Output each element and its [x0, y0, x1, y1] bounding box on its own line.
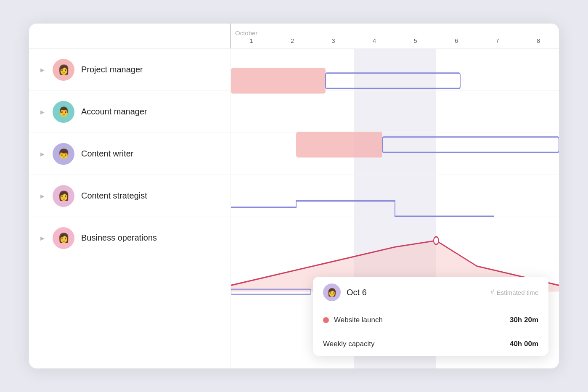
row-item-cs[interactable]: ► 👩 Content strategist	[29, 175, 230, 217]
avatar-cw: 👦	[53, 143, 74, 165]
row-expand-arrow[interactable]: ►	[39, 235, 46, 241]
day-label-4: 4	[354, 37, 395, 44]
avatar-pm: 👩	[53, 59, 74, 81]
row-item-am[interactable]: ► 👨 Account manager	[29, 91, 230, 133]
row-name-am: Account manager	[81, 107, 147, 117]
svg-point-4	[434, 237, 439, 244]
tooltip-value-2: 40h 00m	[510, 340, 538, 348]
month-label: October	[235, 29, 257, 37]
row-name-pm: Project manager	[81, 65, 143, 74]
chart-header: October 12345678	[29, 24, 559, 49]
day-label-3: 3	[313, 37, 354, 44]
tooltip-avatar: 👩	[323, 283, 341, 301]
tooltip-col-label-text: Estimated time	[497, 289, 538, 296]
tooltip-col-label: # Estimated time	[490, 289, 538, 296]
svg-rect-2	[296, 132, 382, 158]
day-label-6: 6	[436, 37, 477, 44]
chart-body: ► 👩 Project manager ► 👨 Account manager …	[29, 49, 559, 368]
tooltip-row-2-left: Weekly capacity	[323, 340, 375, 348]
tooltip-row-1: Website launch 30h 20m	[313, 308, 548, 332]
timeline-panel: 👩 Oct 6 # Estimated time Website launch …	[231, 49, 559, 368]
row-label-area	[29, 24, 231, 48]
row-name-cs: Content strategist	[81, 191, 147, 201]
timeline-header: October 12345678	[231, 24, 559, 48]
day-label-5: 5	[395, 37, 436, 44]
day-label-1: 1	[231, 37, 272, 44]
rows-panel: ► 👩 Project manager ► 👨 Account manager …	[29, 49, 231, 368]
tooltip-dot-1	[323, 317, 329, 323]
row-expand-arrow[interactable]: ►	[39, 109, 46, 115]
tooltip-label-1: Website launch	[334, 316, 383, 324]
tooltip-value-1: 30h 20m	[510, 316, 538, 324]
tooltip-label-2: Weekly capacity	[323, 340, 375, 348]
day-label-8: 8	[518, 37, 559, 44]
row-item-pm[interactable]: ► 👩 Project manager	[29, 49, 230, 91]
tooltip-row-2: Weekly capacity 40h 00m	[313, 332, 548, 356]
row-name-bo: Business operations	[81, 233, 157, 243]
avatar-am: 👨	[53, 101, 74, 123]
main-card: October 12345678 ► 👩 Project manager ► 👨…	[29, 24, 559, 368]
day-labels: 12345678	[231, 26, 559, 44]
row-item-bo[interactable]: ► 👩 Business operations	[29, 217, 230, 259]
avatar-cs: 👩	[53, 185, 74, 207]
tooltip-header: 👩 Oct 6 # Estimated time	[313, 277, 548, 308]
day-label-2: 2	[272, 37, 313, 44]
row-expand-arrow[interactable]: ►	[39, 151, 46, 157]
avatar-bo: 👩	[53, 227, 74, 249]
tooltip-date: Oct 6	[347, 288, 490, 297]
svg-rect-3	[382, 137, 559, 152]
row-name-cw: Content writer	[81, 149, 134, 159]
row-expand-arrow[interactable]: ►	[39, 66, 46, 73]
row-item-cw[interactable]: ► 👦 Content writer	[29, 133, 230, 175]
row-expand-arrow[interactable]: ►	[39, 193, 46, 199]
tooltip: 👩 Oct 6 # Estimated time Website launch …	[313, 277, 548, 356]
hash-icon: #	[490, 289, 494, 296]
svg-rect-1	[326, 73, 460, 88]
svg-rect-0	[231, 68, 326, 94]
day-label-7: 7	[477, 37, 518, 44]
tooltip-row-1-left: Website launch	[323, 316, 383, 324]
